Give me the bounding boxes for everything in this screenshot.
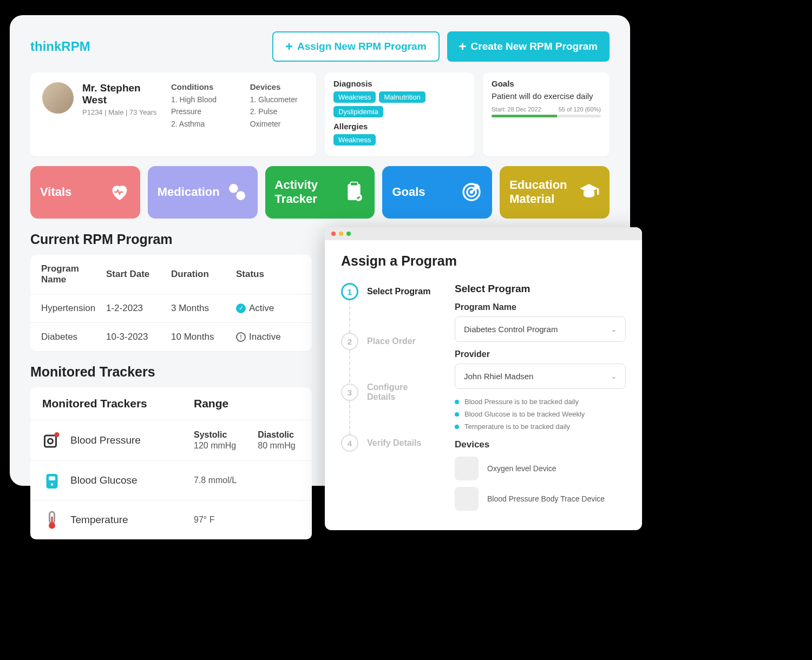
device-name: Blood Pressure Body Trace Device (487, 494, 605, 503)
bullet-text: Blood Glucose is to be tracked Weekly (464, 410, 585, 418)
programs-col: Current RPM Program Program Name Start D… (30, 232, 312, 539)
target-icon (461, 181, 482, 203)
form-title: Select Program (455, 283, 626, 295)
step-label: Configure Details (367, 382, 438, 402)
patient-name-block: Mr. Stephen West P1234 | Male | 73 Years (82, 82, 162, 147)
program-name-label: Program Name (455, 302, 626, 312)
allergies-badges: Weakness (333, 134, 466, 146)
th-range: Range (194, 397, 300, 410)
patient-name: Mr. Stephen West (82, 82, 162, 106)
tile-medication[interactable]: Medication (148, 166, 258, 219)
step-label: Place Order (367, 336, 416, 346)
step-label: Verify Details (367, 438, 422, 448)
th-name: Monitored Trackers (42, 397, 194, 410)
tracker-name-col: Blood Pressure (42, 431, 194, 450)
device-item[interactable]: Oxygen level Device (455, 457, 626, 480)
conditions-title: Conditions (171, 82, 241, 91)
tracker-row[interactable]: Temperature 97° F (30, 500, 312, 539)
select-value: John Rhiel Madsen (464, 372, 533, 381)
condition-item: 1. High Blood Pressure (171, 94, 241, 118)
tile-label: Goals (392, 185, 425, 199)
svg-point-11 (48, 439, 53, 444)
device-item[interactable]: Blood Pressure Body Trace Device (455, 487, 626, 511)
range-val: 97° F (194, 515, 214, 525)
header: thinkRPM + Assign New RPM Program + Crea… (30, 31, 610, 62)
patient-meta: P1234 | Male | 73 Years (82, 108, 162, 116)
tracker-name-col: Temperature (42, 510, 194, 530)
td-status: ! Inactive (236, 332, 301, 342)
device-item: 2. Pulse Oximeter (250, 105, 304, 130)
bullet-list: Blood Pressure is to be tracked daily Bl… (455, 398, 626, 431)
minimize-dot-icon[interactable] (339, 232, 343, 236)
chevron-down-icon: ⌄ (611, 326, 617, 333)
check-icon: ✓ (236, 303, 246, 313)
modal-titlebar (325, 227, 642, 240)
bullet-text: Blood Pressure is to be tracked daily (464, 398, 579, 406)
modal-cols: 1 Select Program 2 Place Order 3 Configu… (341, 283, 626, 517)
devices-title: Devices (250, 82, 304, 91)
goal-meta: Start: 28 Dec 2022 55 of 120 (60%) (492, 106, 601, 113)
assign-program-button[interactable]: + Assign New RPM Program (272, 31, 440, 62)
th-start: Start Date (106, 269, 171, 280)
maximize-dot-icon[interactable] (346, 232, 351, 236)
tracker-name: Blood Pressure (70, 434, 141, 446)
oxygen-device-icon (455, 457, 479, 480)
svg-rect-3 (351, 182, 358, 186)
tile-label: Education Material (509, 178, 574, 207)
tracker-name: Temperature (70, 514, 128, 526)
thermometer-icon (42, 510, 62, 530)
svg-point-12 (55, 432, 60, 437)
bullet-item: Blood Glucose is to be tracked Weekly (455, 410, 626, 418)
bp-device-icon (455, 487, 479, 511)
diagnosis-title: Diagnosis (333, 79, 466, 88)
table-row[interactable]: Hypertension 1-2-2023 3 Months ✓ Active (30, 294, 312, 323)
td-start: 10-3-2023 (106, 332, 171, 342)
trackers-table: Monitored Trackers Range Blood Pressure … (30, 387, 312, 539)
tile-activity[interactable]: Activity Tracker (265, 166, 375, 219)
close-dot-icon[interactable] (331, 232, 336, 236)
step-1[interactable]: 1 Select Program (341, 283, 438, 333)
th-name: Program Name (41, 263, 106, 285)
plus-icon: + (459, 40, 467, 53)
step-3[interactable]: 3 Configure Details (341, 382, 438, 434)
modal-body: Assign a Program 1 Select Program 2 Plac… (325, 240, 642, 530)
td-name: Hypertension (41, 303, 106, 314)
header-buttons: + Assign New RPM Program + Create New RP… (272, 31, 610, 62)
bullet-dot-icon (455, 400, 459, 404)
svg-rect-10 (45, 435, 56, 447)
tile-goals[interactable]: Goals (382, 166, 492, 219)
modal-title: Assign a Program (341, 253, 626, 269)
goal-start: Start: 28 Dec 2022 (492, 106, 541, 113)
devices-col: Devices 1. Glucometer 2. Pulse Oximeter (250, 82, 304, 147)
trackers-title: Monitored Trackers (30, 364, 312, 380)
step-2[interactable]: 2 Place Order (341, 333, 438, 382)
device-name: Oxygen level Device (487, 464, 556, 473)
tracker-row[interactable]: Blood Pressure Systolic 120 mmHg Diastol… (30, 420, 312, 461)
tile-vitals[interactable]: Vitals (30, 166, 140, 219)
goals-card: Goals Patient will do exercise daily Sta… (483, 72, 610, 156)
tile-label: Activity Tracker (275, 178, 335, 207)
tracker-row[interactable]: Blood Glucose 7.8 mmol/L (30, 461, 312, 500)
step-4[interactable]: 4 Verify Details (341, 434, 438, 452)
td-start: 1-2-2023 (106, 303, 171, 314)
diagnosis-badge: Dyslipidemia (333, 106, 383, 117)
bullet-text: Temperature is to be tracked daily (464, 423, 570, 431)
program-name-select[interactable]: Diabetes Control Program ⌄ (455, 316, 626, 342)
svg-rect-14 (49, 476, 55, 480)
conditions-col: Conditions 1. High Blood Pressure 2. Ast… (171, 82, 241, 147)
tile-row: Vitals Medication Activity Tracker Goals… (30, 166, 610, 219)
bp-monitor-icon (42, 431, 62, 450)
device-item: 1. Glucometer (250, 94, 304, 105)
table-row[interactable]: Diabetes 10-3-2023 10 Months ! Inactive (30, 323, 312, 351)
patient-card: Mr. Stephen West P1234 | Male | 73 Years… (30, 72, 316, 156)
create-program-button[interactable]: + Create New RPM Program (447, 31, 610, 62)
svg-rect-18 (51, 517, 53, 525)
step-num: 4 (341, 434, 358, 452)
tile-education[interactable]: Education Material (500, 166, 610, 219)
diagnosis-card: Diagnosis Weakness Malnutrition Dyslipid… (325, 72, 474, 156)
provider-select[interactable]: John Rhiel Madsen ⌄ (455, 364, 626, 389)
th-duration: Duration (171, 269, 236, 280)
trackers-header-row: Monitored Trackers Range (30, 387, 312, 420)
th-status: Status (236, 269, 301, 280)
provider-label: Provider (455, 349, 626, 359)
